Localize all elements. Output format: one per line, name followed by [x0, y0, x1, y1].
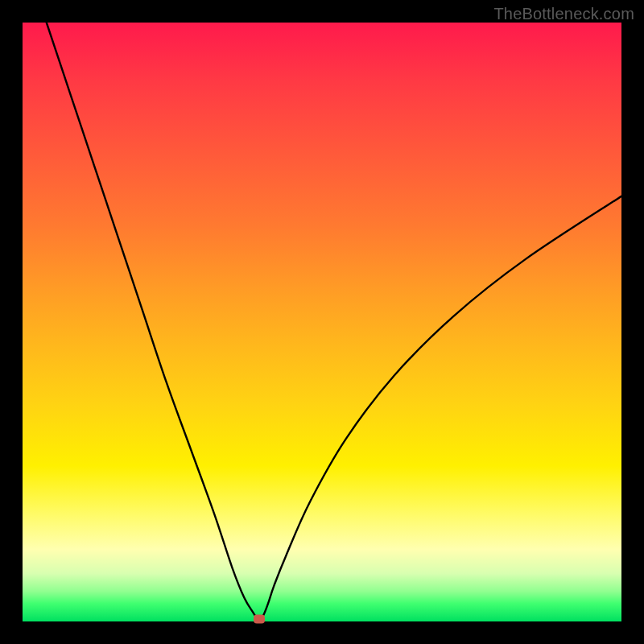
optimal-point-marker	[254, 615, 265, 624]
attribution-text: TheBottleneck.com	[493, 5, 634, 23]
chart-plot-area	[23, 23, 621, 621]
chart-frame: TheBottleneck.com	[0, 0, 644, 644]
bottleneck-curve	[23, 23, 621, 621]
